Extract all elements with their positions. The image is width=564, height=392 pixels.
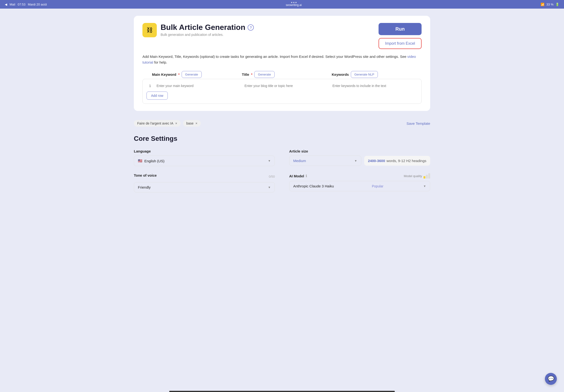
main-container: ⛓ Bulk Article Generation ? Bulk generat… xyxy=(120,9,444,202)
run-button[interactable]: Run xyxy=(379,23,422,35)
language-label: Language xyxy=(134,149,275,153)
tag-faire-argent: Faire de l'argent avec IA × xyxy=(134,120,181,127)
bottom-bar xyxy=(169,391,395,392)
col-keywords-label: Keywords Generate NLP xyxy=(332,71,422,78)
back-arrow: ◀ xyxy=(5,3,7,6)
language-flag: 🇺🇸 xyxy=(138,159,142,163)
quality-bar-1 xyxy=(424,176,425,179)
header-subtitle: Bulk generation and publication of artic… xyxy=(161,33,254,37)
description-text2: for help. xyxy=(154,60,167,64)
ai-model-group: AI Model ℹ Model quality Anthropic Claud… xyxy=(289,173,430,192)
article-size-value: Medium xyxy=(293,159,306,163)
battery-icon: 🔋 xyxy=(555,3,559,6)
quality-bars xyxy=(424,173,430,179)
article-size-select[interactable]: Medium ▼ xyxy=(289,156,361,166)
table-row: 1 xyxy=(147,83,417,89)
article-size-info: 2400-3600 words, 9-12 H2 headings xyxy=(364,156,430,166)
ai-model-info-icon[interactable]: ℹ xyxy=(306,174,307,178)
generate-nlp-button[interactable]: Generate NLP xyxy=(351,71,378,78)
main-card: ⛓ Bulk Article Generation ? Bulk generat… xyxy=(134,16,430,111)
quality-bar-2 xyxy=(426,175,428,179)
article-size-suffix: words, 9-12 H2 headings xyxy=(386,159,426,163)
status-left: ◀ Mail 07:53 Mardi 20 août xyxy=(5,3,47,6)
language-select[interactable]: 🇺🇸 English (US) ▼ xyxy=(134,156,275,166)
article-size-range: 2400-3600 xyxy=(368,159,385,163)
col-keyword-label: Main Keyword* Generate xyxy=(152,71,242,78)
language-value: English (US) xyxy=(144,159,268,163)
url-label: seowriting.ai xyxy=(286,3,302,7)
page-title: Bulk Article Generation xyxy=(161,23,245,32)
table-body: 1 Add row xyxy=(142,79,422,104)
tone-label: Tone of voice xyxy=(134,173,157,177)
date-label: Mardi 20 août xyxy=(28,3,47,6)
tags-list: Faire de l'argent avec IA × base × xyxy=(134,120,201,127)
carrier-label: Mail xyxy=(10,3,15,6)
wifi-icon: 📶 xyxy=(541,3,544,6)
tags-section: Faire de l'argent avec IA × base × Save … xyxy=(134,117,430,130)
battery-label: 33 % xyxy=(546,3,553,6)
description-text1: Add Main Keyword, Title, Keywords (optio… xyxy=(142,55,407,58)
chat-icon: 💬 xyxy=(548,376,554,382)
generate-keyword-button[interactable]: Generate xyxy=(182,71,202,78)
model-quality: Model quality xyxy=(404,173,430,179)
article-size-label: Article size xyxy=(289,149,430,153)
header-section: ⛓ Bulk Article Generation ? Bulk generat… xyxy=(142,23,422,49)
header-buttons: Run Import from Excel xyxy=(379,23,422,49)
model-quality-label: Model quality xyxy=(404,174,422,178)
table-header: Main Keyword* Generate Title* Generate K… xyxy=(142,71,422,78)
col-title-label: Title* Generate xyxy=(242,71,332,78)
tone-value: Friendly xyxy=(138,185,151,189)
header-left: ⛓ Bulk Article Generation ? Bulk generat… xyxy=(142,23,254,37)
tone-select[interactable]: Friendly ▼ xyxy=(134,182,275,192)
status-center: seowriting.ai xyxy=(286,2,302,7)
chat-button[interactable]: 💬 xyxy=(545,373,557,385)
import-excel-button[interactable]: Import from Excel xyxy=(379,38,422,49)
header-text: Bulk Article Generation ? Bulk generatio… xyxy=(161,23,254,37)
description: Add Main Keyword, Title, Keywords (optio… xyxy=(142,54,422,65)
language-group: Language 🇺🇸 English (US) ▼ xyxy=(134,149,275,166)
tone-count: 0/50 xyxy=(269,175,275,178)
language-chevron: ▼ xyxy=(268,159,271,163)
popular-badge: Popular xyxy=(372,184,383,188)
ai-model-value: Anthropic Claude 3 Haiku xyxy=(293,184,334,188)
keywords-input[interactable] xyxy=(332,83,417,89)
status-right: 📶 33 % 🔋 xyxy=(541,3,559,6)
settings-grid: Language 🇺🇸 English (US) ▼ Article size … xyxy=(134,149,430,166)
bottom-settings: Tone of voice 0/50 Friendly ▼ AI Model ℹ… xyxy=(134,173,430,192)
quality-bar-3 xyxy=(428,173,430,179)
tone-chevron: ▼ xyxy=(268,186,271,189)
ai-model-label: AI Model ℹ xyxy=(289,174,307,178)
article-size-chevron: ▼ xyxy=(354,159,357,163)
tone-group: Tone of voice 0/50 Friendly ▼ xyxy=(134,173,275,192)
core-settings-title: Core Settings xyxy=(134,135,430,142)
keyword-input[interactable] xyxy=(157,83,242,89)
status-bar: ◀ Mail 07:53 Mardi 20 août seowriting.ai… xyxy=(0,0,564,9)
tag-faire-argent-close[interactable]: × xyxy=(175,121,177,125)
generate-title-button[interactable]: Generate xyxy=(254,71,274,78)
add-row-button[interactable]: Add row xyxy=(147,92,168,100)
save-template-button[interactable]: Save Template xyxy=(407,121,430,126)
title-input[interactable] xyxy=(245,83,330,89)
ai-model-chevron: ▼ xyxy=(423,184,426,188)
core-settings: Core Settings Language 🇺🇸 English (US) ▼… xyxy=(134,132,430,195)
time-label: 07:53 xyxy=(18,3,26,6)
article-size-group: Article size Medium ▼ 2400-3600 words, 9… xyxy=(289,149,430,166)
tag-base: base × xyxy=(183,120,201,127)
tag-base-close[interactable]: × xyxy=(195,121,197,125)
ai-model-select[interactable]: Anthropic Claude 3 Haiku Popular ▼ xyxy=(289,181,430,191)
help-icon[interactable]: ? xyxy=(248,24,254,31)
row-number: 1 xyxy=(147,84,154,88)
app-icon: ⛓ xyxy=(142,23,157,37)
